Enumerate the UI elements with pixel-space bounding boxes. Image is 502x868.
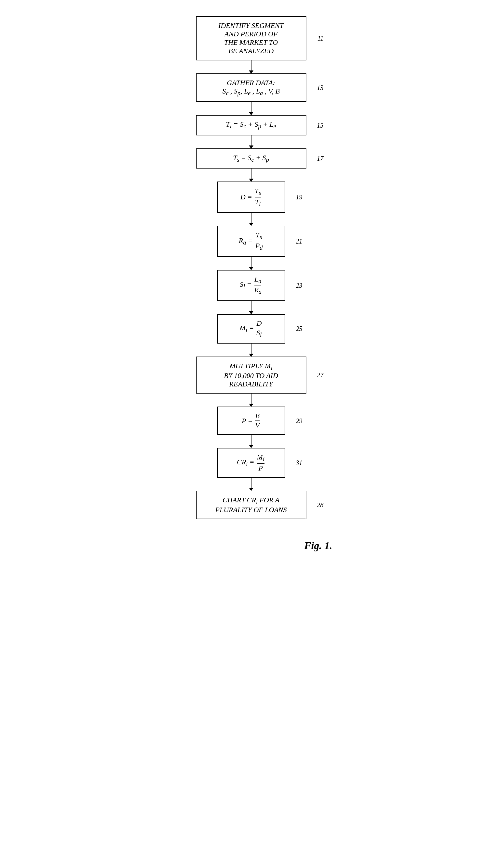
step-25: Mi = D Sl 25 [137,314,365,343]
step-27: MULTIPLY MiBY 10,000 TO AIDREADABILITY 2… [137,356,365,394]
arrow-11 [251,478,252,491]
arrow-9 [251,394,252,406]
arrow-4 [251,168,252,182]
flowchart: IDENTIFY SEGMENTAND PERIOD OFTHE MARKET … [137,0,365,558]
box-29: P = B V 29 [217,406,285,435]
step-28: CHART CRi FOR APLURALITY OF LOANS 28 [137,491,365,519]
fraction-21: Ts Pd [255,231,263,252]
fraction-31: Mi P [257,453,265,472]
label-31: 31 [296,459,303,466]
label-19: 19 [296,194,303,201]
label-15: 15 [317,122,324,129]
box-27-text: MULTIPLY MiBY 10,000 TO AIDREADABILITY [224,362,278,389]
box-11-text: IDENTIFY SEGMENTAND PERIOD OFTHE MARKET … [218,21,284,55]
box-21: Ra = Ts Pd 21 [217,226,285,257]
step-11: IDENTIFY SEGMENTAND PERIOD OFTHE MARKET … [137,16,365,60]
arrow-5 [251,213,252,226]
box-17: Ts = Sc + Sp 17 [196,148,306,168]
arrow-2 [251,102,252,115]
fraction-29: B V [255,412,259,430]
box-13: GATHER DATA:Sc , Sp, Le , La , V, B 13 [196,73,306,102]
arrow-8 [251,343,252,356]
box-31-text: CRi = Mi P [237,453,265,472]
box-19: D = Ts Tl 19 [217,182,285,213]
box-15: Tl = Sc + Sp + Le 15 [196,115,306,135]
arrow-7 [251,301,252,314]
box-25: Mi = D Sl 25 [217,314,285,343]
step-29: P = B V 29 [137,406,365,435]
step-31: CRi = Mi P 31 [137,448,365,477]
label-13: 13 [317,84,324,92]
box-31: CRi = Mi P 31 [217,448,285,477]
arrow-1 [251,60,252,73]
label-23: 23 [296,281,303,289]
label-28: 28 [317,501,324,508]
figure-label: Fig. 1. [304,540,332,552]
arrow-3 [251,135,252,148]
label-21: 21 [296,237,303,245]
box-15-text: Tl = Sc + Sp + Le [226,120,276,130]
fraction-19: Ts Tl [255,187,261,207]
arrow-10 [251,435,252,448]
step-17: Ts = Sc + Sp 17 [137,148,365,168]
arrow-6 [251,257,252,270]
step-15: Tl = Sc + Sp + Le 15 [137,115,365,135]
label-25: 25 [296,325,303,332]
box-19-text: D = Ts Tl [240,187,262,207]
label-11: 11 [317,35,324,42]
box-28: CHART CRi FOR APLURALITY OF LOANS 28 [196,491,306,519]
label-17: 17 [317,155,324,162]
box-28-text: CHART CRi FOR APLURALITY OF LOANS [215,496,287,514]
box-23: Sl = La Ra 23 [217,270,285,301]
step-13: GATHER DATA:Sc , Sp, Le , La , V, B 13 [137,73,365,102]
box-27: MULTIPLY MiBY 10,000 TO AIDREADABILITY 2… [196,356,306,394]
fraction-25: D Sl [256,319,262,338]
label-27: 27 [317,372,324,379]
box-17-text: Ts = Sc + Sp [233,154,269,163]
step-21: Ra = Ts Pd 21 [137,226,365,257]
label-29: 29 [296,417,303,424]
step-19: D = Ts Tl 19 [137,182,365,213]
box-23-text: Sl = La Ra [240,275,262,296]
box-25-text: Mi = D Sl [240,319,263,338]
box-11: IDENTIFY SEGMENTAND PERIOD OFTHE MARKET … [196,16,306,60]
box-21-text: Ra = Ts Pd [239,231,264,252]
fraction-23: La Ra [254,275,262,296]
box-29-text: P = B V [242,412,260,430]
box-13-text: GATHER DATA:Sc , Sp, Le , La , V, B [222,79,280,97]
step-23: Sl = La Ra 23 [137,270,365,301]
